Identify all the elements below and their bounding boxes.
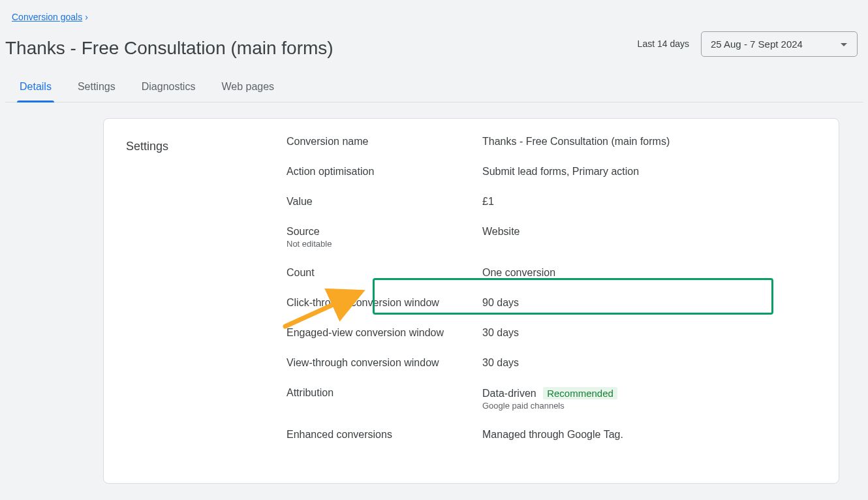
row-value-enhanced: Managed through Google Tag. [482,429,819,441]
row-label-value: Value [287,196,482,208]
date-range-value: 25 Aug - 7 Sept 2024 [711,39,803,50]
date-range-label: Last 14 days [638,39,689,49]
tab-settings[interactable]: Settings [78,76,116,102]
page-title: Thanks - Free Consultation (main forms) [5,38,333,59]
row-value-source: Website [482,226,819,238]
row-sublabel-source: Not editable [287,239,482,249]
row-value-conversion-name: Thanks - Free Consultation (main forms) [482,136,819,148]
row-value-ev-window: 30 days [482,327,819,339]
row-value-ctc-window: 90 days [482,297,819,309]
row-label-source: Source Not editable [287,226,482,249]
tab-details[interactable]: Details [20,76,52,102]
row-label-vt-window: View-through conversion window [287,357,482,369]
caret-down-icon [840,39,848,50]
breadcrumb-back-link[interactable]: Conversion goals [12,12,82,22]
settings-card: Settings Conversion name Thanks - Free C… [103,118,839,484]
row-label-ev-window: Engaged-view conversion window [287,327,482,339]
badge-recommended: Recommended [543,387,617,399]
row-label-count: Count [287,267,482,279]
date-range-picker[interactable]: 25 Aug - 7 Sept 2024 [701,31,858,57]
row-label-source-text: Source [287,226,320,237]
row-label-enhanced: Enhanced conversions [287,429,482,441]
row-label-action-optimisation: Action optimisation [287,166,482,178]
row-label-attribution: Attribution [287,387,482,399]
card-section-title: Settings [126,140,287,153]
row-subvalue-attribution: Google paid channels [482,401,819,411]
row-label-conversion-name: Conversion name [287,136,482,148]
settings-grid: Conversion name Thanks - Free Consultati… [287,136,819,441]
row-label-ctc-window: Click-through conversion window [287,297,482,309]
row-value-vt-window: 30 days [482,357,819,369]
tabs: Details Settings Diagnostics Web pages [5,76,863,102]
row-value-value: £1 [482,196,819,208]
row-value-count: One conversion [482,267,819,279]
breadcrumb: Conversion goals › [12,12,88,22]
row-value-attribution: Data-driven Recommended Google paid chan… [482,387,819,411]
row-value-attribution-text: Data-driven [482,388,536,399]
tab-web-pages[interactable]: Web pages [221,76,274,102]
chevron-right-icon: › [85,12,88,22]
row-value-action-optimisation: Submit lead forms, Primary action [482,166,819,178]
tab-diagnostics[interactable]: Diagnostics [142,76,196,102]
